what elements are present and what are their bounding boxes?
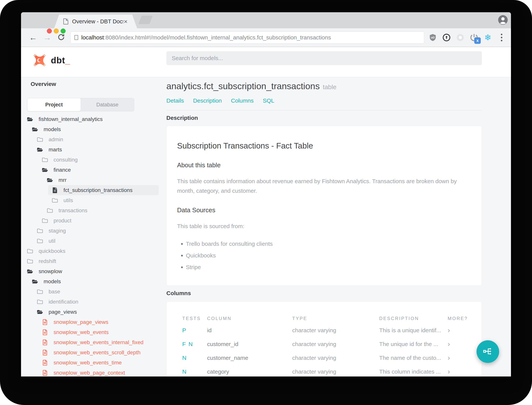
column-name-cell: customer_name xyxy=(207,355,292,361)
column-header-column: COLUMN xyxy=(207,316,292,321)
tree-item-admin[interactable]: admin xyxy=(21,134,164,144)
about-text: This table contains information about re… xyxy=(177,176,460,196)
tree-item-transactions[interactable]: transactions xyxy=(21,205,164,216)
tree-item-utils[interactable]: utils xyxy=(21,195,164,205)
lineage-graph-icon xyxy=(482,346,493,357)
file-red-icon xyxy=(42,350,48,355)
columns-section-label: Columns xyxy=(166,290,482,297)
tree-item-page_views[interactable]: page_views xyxy=(21,307,164,317)
tree-item-marts[interactable]: marts xyxy=(21,144,164,155)
folder-open-icon xyxy=(32,279,38,284)
search-bar xyxy=(166,51,482,65)
table-row-customer_name[interactable]: N customer_name character varying The na… xyxy=(182,351,466,365)
tree-item-snowplow_web_events_internal_fixed[interactable]: snowplow_web_events_internal_fixed xyxy=(21,337,164,347)
dbt-app-header: dbt_ xyxy=(21,47,511,77)
reload-icon[interactable] xyxy=(57,33,65,42)
tree-item-snowplow_page_views[interactable]: snowplow_page_views xyxy=(21,317,164,327)
column-header-tests: TESTS xyxy=(182,316,207,321)
file-tree: fishtown_internal_analytics models admin… xyxy=(21,114,164,377)
nav-link-columns[interactable]: Columns xyxy=(231,97,254,104)
forward-icon: → xyxy=(43,34,51,41)
folder-open-icon xyxy=(42,167,48,173)
page-security-icon xyxy=(74,35,78,40)
folder-open-icon xyxy=(37,147,43,153)
source-item: Stripe xyxy=(186,263,471,271)
tree-item-snowplow_web_events_time[interactable]: snowplow_web_events_time xyxy=(21,358,164,368)
file-red-icon xyxy=(42,319,48,325)
ublock-icon[interactable]: uO xyxy=(428,33,437,42)
expand-row-icon[interactable]: › xyxy=(448,368,466,375)
screenshot-frame: Overview - DBT Docs × ← → localhost:8080… xyxy=(0,0,532,405)
tree-item-mrr[interactable]: mrr xyxy=(21,175,164,185)
tests-cell[interactable]: N xyxy=(182,355,207,361)
tree-item-fishtown_internal_analytics[interactable]: fishtown_internal_analytics xyxy=(21,114,164,124)
tree-item-snowplow_web_events_scroll_depth[interactable]: snowplow_web_events_scroll_depth xyxy=(21,347,164,358)
about-heading: About this table xyxy=(177,162,471,169)
nav-link-description[interactable]: Description xyxy=(193,97,222,104)
tree-item-redshift[interactable]: redshift xyxy=(21,256,164,266)
tests-cell[interactable]: F N xyxy=(182,341,207,347)
tree-item-consulting[interactable]: consulting xyxy=(21,155,164,165)
table-row-customer_id[interactable]: F N customer_id character varying The un… xyxy=(182,337,466,351)
table-row-id[interactable]: P id character varying This is a unique … xyxy=(182,324,466,337)
nav-link-details[interactable]: Details xyxy=(166,97,184,104)
tests-cell[interactable]: P xyxy=(182,327,207,334)
profile-avatar-icon[interactable] xyxy=(498,15,508,25)
tree-item-product[interactable]: product xyxy=(21,216,164,226)
folder-icon xyxy=(52,197,58,203)
expand-row-icon[interactable]: › xyxy=(448,327,466,334)
new-tab-button[interactable] xyxy=(138,16,153,24)
type-cell: character varying xyxy=(292,327,379,334)
file-red-icon xyxy=(42,360,48,365)
tree-item-base[interactable]: base xyxy=(21,287,164,297)
expand-row-icon[interactable]: › xyxy=(448,341,466,348)
browser-tab[interactable]: Overview - DBT Docs × xyxy=(54,14,137,28)
minimize-window-button[interactable] xyxy=(54,28,59,34)
tree-item-fct_subscription_transactions[interactable]: fct_subscription_transactions xyxy=(48,185,159,195)
back-icon[interactable]: ← xyxy=(29,34,37,41)
page-title: analytics.fct_subscription_transactionst… xyxy=(166,81,482,91)
tree-item-finance[interactable]: finance xyxy=(21,165,164,175)
tab-close-icon[interactable]: × xyxy=(123,18,128,25)
tree-item-models[interactable]: models xyxy=(21,124,164,134)
folder-icon xyxy=(37,137,43,142)
columns-card: TESTSCOLUMNTYPEDESCRIPTIONMORE? P id cha… xyxy=(166,301,482,377)
zoom-window-button[interactable] xyxy=(61,28,66,34)
tree-item-snowplow_web_page_context[interactable]: snowplow_web_page_context xyxy=(21,368,164,377)
browser-menu-icon[interactable] xyxy=(497,33,506,42)
tree-item-identification[interactable]: identification xyxy=(21,297,164,307)
browser-tabstrip: Overview - DBT Docs × xyxy=(21,12,511,28)
lineage-graph-button[interactable] xyxy=(477,340,499,363)
pocket-icon[interactable] xyxy=(456,33,465,42)
folder-open-icon xyxy=(47,177,53,183)
table-row-category[interactable]: N category character varying This column… xyxy=(182,365,466,377)
tree-item-models[interactable]: models xyxy=(21,276,164,287)
tree-item-snowplow_web_events[interactable]: snowplow_web_events xyxy=(21,327,164,337)
tab-database[interactable]: Database xyxy=(81,98,134,111)
close-window-button[interactable] xyxy=(47,28,52,34)
tree-item-snowplow[interactable]: snowplow xyxy=(21,266,164,276)
folder-open-icon xyxy=(27,116,33,122)
tree-item-staging[interactable]: staging xyxy=(21,226,164,236)
address-bar[interactable]: localhost:8080/index.html#!/model/model.… xyxy=(70,32,424,43)
main-panel: analytics.fct_subscription_transactionst… xyxy=(164,77,511,377)
tab-project[interactable]: Project xyxy=(27,98,81,111)
power-extension-icon[interactable]: x xyxy=(470,33,479,42)
url-path: :8080/index.html#!/model/model.fishtown_… xyxy=(104,34,331,41)
tab-favicon xyxy=(63,18,68,25)
tests-cell[interactable]: N xyxy=(182,368,207,375)
column-header-description: DESCRIPTION xyxy=(379,316,448,321)
tree-item-quickbooks[interactable]: quickbooks xyxy=(21,246,164,256)
nav-link-sql[interactable]: SQL xyxy=(263,97,274,104)
description-cell: The name of the custo... xyxy=(379,355,448,361)
column-name-cell: customer_id xyxy=(207,341,292,347)
sources-list: Trello boards for consulting clientsQuic… xyxy=(177,239,471,271)
dbt-logo[interactable]: dbt_ xyxy=(33,54,70,67)
onepassword-icon[interactable] xyxy=(442,33,451,42)
tree-item-util[interactable]: util xyxy=(21,236,164,246)
expand-row-icon[interactable]: › xyxy=(448,354,466,361)
folder-icon xyxy=(27,258,33,264)
snowflake-icon[interactable]: ❄ xyxy=(483,33,492,42)
search-input[interactable] xyxy=(166,51,482,65)
dbt-logo-text: dbt_ xyxy=(51,55,70,66)
